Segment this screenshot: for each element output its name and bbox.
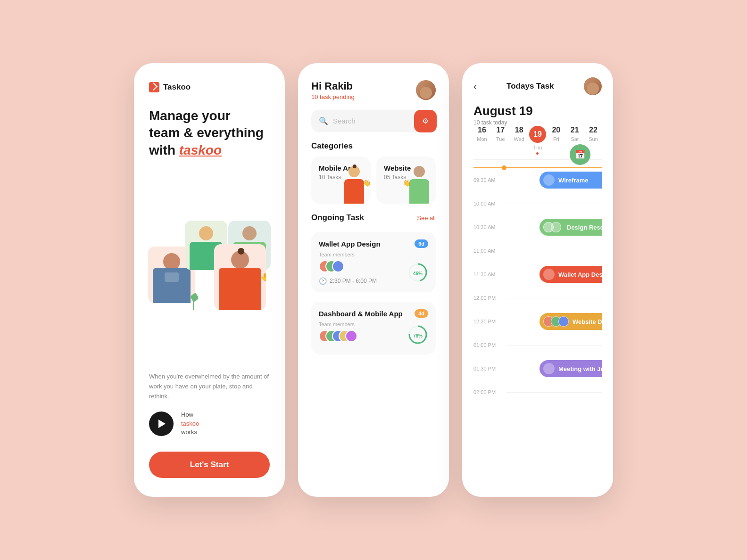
illustration-container: 💬 [148,221,271,310]
filter-icon: ⚙ [422,116,429,125]
play-row: How taskoo works [149,411,270,436]
calendar-user-avatar [584,77,602,95]
time-1100: 11:00 AM [473,248,502,254]
task1-progress-wrap: 46% [407,262,428,285]
time-slot-1100: 11:00 AM [473,239,602,263]
cat2-illustration: 👋 [403,166,436,204]
ongoing-title: Ongoing Task [311,213,364,222]
task2-progress-label: 76% [413,333,423,338]
category-website[interactable]: Website 05 Tasks 👋 [376,156,436,204]
event-meeting-julia[interactable]: Meeting with Julia [540,360,602,377]
task2-top: Dashboard & Mobile App 4d [319,309,428,318]
back-button[interactable]: ‹ [473,81,477,92]
user-avatar [416,80,436,100]
avatar-face-2 [199,226,213,240]
task1-top: Wallet App Design 6d [319,239,428,248]
frame-4: 🤚 [214,244,266,310]
event-website-design[interactable]: Website Design [540,313,602,330]
divider-1400 [506,392,602,393]
dr-av2 [551,222,561,232]
clock-icon-1: 🕐 [319,277,327,285]
screens-container: Taskoo Manage your team & everything wit… [134,63,613,497]
task2-progress-wrap: 76% [407,324,428,347]
day-19-thu[interactable]: 19 Thu [529,126,546,155]
greeting-text: Hi Rakib 10 task pending [311,80,355,100]
cat1-body [344,179,364,204]
date-display: August 19 [473,104,602,118]
task-card-1[interactable]: Wallet App Design 6d Team members 🕐 2:30… [311,232,436,292]
see-all-button[interactable]: See all [417,214,436,222]
event-design-research[interactable]: Design Research [540,219,602,236]
time-slot-1130: 11:30 AM Wallet App Design [473,263,602,286]
time-1330: 01:30 PM [473,366,502,371]
day-18-wed[interactable]: 18 Wed [511,126,528,155]
cat1-wave: 👋 [363,179,371,187]
day-16-mon[interactable]: 16 Mon [473,126,490,155]
phone-tasks: Hi Rakib 10 task pending 🔍 Search ⚙ Cate… [298,63,449,497]
design-research-avatars [543,222,561,232]
calendar-icon-button[interactable]: 📅 [570,144,590,165]
hair-bun [238,248,244,255]
cat2-body [409,179,429,204]
divider-1200 [506,298,602,298]
time-slot-1200: 12:00 PM [473,286,602,310]
wd-av3 [558,316,569,327]
categories-title: Categories [311,141,436,151]
time-1400: 02:00 PM [473,389,502,395]
hero-title: Manage your team & everything with tasko… [149,107,270,159]
day-20-fri[interactable]: 20 Fri [548,126,564,155]
task-card-2[interactable]: Dashboard & Mobile App 4d Team members 7… [311,302,436,354]
body-1 [153,268,191,303]
cat2-person: 👋 [405,166,433,204]
time-1300: 01:00 PM [473,342,502,348]
wave-hand: 🤚 [260,272,266,281]
cat2-head [414,166,425,177]
play-button[interactable] [149,412,174,436]
task1-progress-label: 46% [413,271,423,276]
ongoing-header: Ongoing Task See all [311,213,436,222]
search-icon: 🔍 [319,116,328,125]
time-1000: 10:00 AM [473,201,502,206]
time-slot-0930: 09:30 AM Wireframe [473,168,602,192]
cat1-bun [353,165,357,168]
tasks-today: 10 task today [473,119,602,126]
pending-text: 10 task pending [311,93,355,100]
greeting-row: Hi Rakib 10 task pending [311,80,436,100]
time-1030: 10:30 AM [473,224,502,230]
cat2-wave: 👋 [403,179,411,187]
calendar-header: ‹ Todays Task [473,77,602,95]
phone-calendar: ‹ Todays Task August 19 10 task today 📅 … [462,63,613,497]
filter-button[interactable]: ⚙ [414,110,437,132]
task1-time: 2:30 PM - 6:00 PM [330,278,377,284]
shirt-detail [165,272,179,282]
hero-illustration: 💬 [144,166,274,364]
event-wallet-app[interactable]: Wallet App Design [540,266,602,283]
avatar-face-3 [242,226,257,240]
divider-1300 [506,345,602,346]
event-wireframe[interactable]: Wireframe [540,172,602,189]
task1-badge: 6d [415,239,428,248]
start-button[interactable]: Let's Start [149,452,270,478]
divider-1100 [506,251,602,251]
ongoing-section: Ongoing Task See all [311,213,436,222]
cat1-person: 👋 [340,166,368,204]
member-av-3 [332,260,344,272]
task1-members-label: Team members [319,252,428,257]
logo-row: Taskoo [149,82,270,92]
time-slot-1330: 01:30 PM Meeting with Julia [473,357,602,380]
search-bar[interactable]: 🔍 Search ⚙ [311,110,436,132]
logo-text: Taskoo [163,82,191,92]
time-slot-1300: 01:00 PM [473,333,602,357]
divider-1000 [506,204,602,204]
task2-name: Dashboard & Mobile App [319,310,403,318]
time-1230: 12:30 PM [473,319,502,324]
day-17-tue[interactable]: 17 Tue [492,126,509,155]
categories-section: Categories Mobile App 10 Tasks 👋 [311,141,436,204]
wallet-app-avatar [543,269,555,280]
category-mobile-app[interactable]: Mobile App 10 Tasks 👋 [311,156,371,204]
calendar-icon: 📅 [575,149,585,160]
logo-icon [149,82,159,92]
avatar-inner [416,80,436,100]
cat1-illustration: 👋 [338,166,371,204]
categories-grid: Mobile App 10 Tasks 👋 Website [311,156,436,204]
